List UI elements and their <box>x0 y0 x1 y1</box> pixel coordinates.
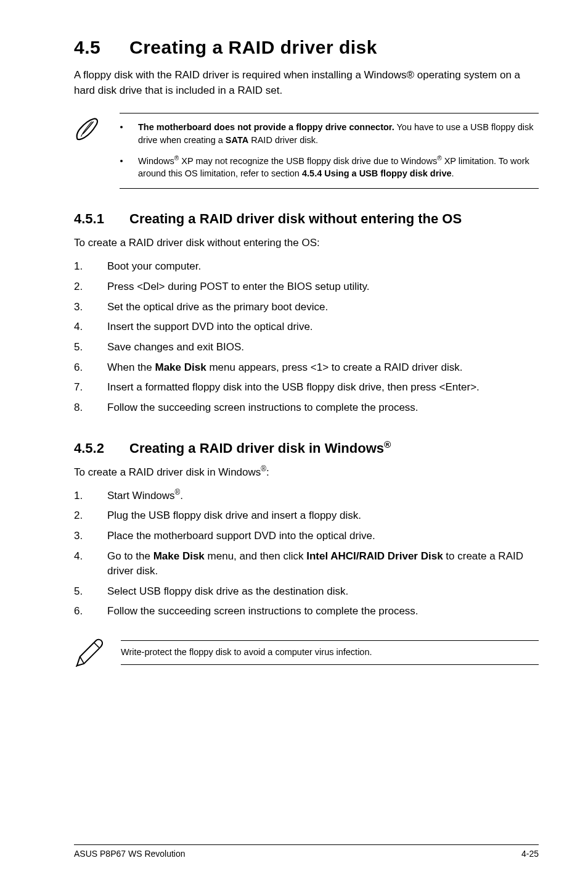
step-number: 1. <box>74 489 107 504</box>
note-item: • Windows® XP may not recognize the USB … <box>120 152 539 183</box>
step-text: Boot your computer. <box>107 259 201 274</box>
step-number: 1. <box>74 259 107 274</box>
note-list: • The motherboard does not provide a flo… <box>120 118 539 182</box>
subsection-number: 4.5.1 <box>74 211 129 227</box>
step-item: 4.Insert the support DVD into the optica… <box>74 317 539 337</box>
subsection-lead: To create a RAID driver disk in Windows®… <box>74 466 539 479</box>
note-block: • The motherboard does not provide a flo… <box>74 113 539 189</box>
step-text: Press <Del> during POST to enter the BIO… <box>107 279 370 295</box>
pencil-icon <box>74 637 106 669</box>
note-item-text: The motherboard does not provide a flopp… <box>138 121 539 146</box>
footer-right: 4-25 <box>521 849 539 859</box>
tip-text: Write-protect the floppy disk to avoid a… <box>121 640 539 665</box>
step-number: 4. <box>74 549 107 579</box>
steps-list: 1.Start Windows®. 2.Plug the USB floppy … <box>74 486 539 622</box>
step-item: 2.Press <Del> during POST to enter the B… <box>74 277 539 297</box>
step-item: 1.Boot your computer. <box>74 257 539 277</box>
subsection-title: Creating a RAID driver disk in Windows® <box>129 440 391 456</box>
step-text: Go to the Make Disk menu, and then click… <box>107 549 539 579</box>
step-item: 5.Select USB floppy disk drive as the de… <box>74 582 539 602</box>
steps-list: 1.Boot your computer. 2.Press <Del> duri… <box>74 257 539 418</box>
intro-paragraph: A floppy disk with the RAID driver is re… <box>74 68 539 98</box>
step-text: Start Windows®. <box>107 489 183 504</box>
subsection-heading: 4.5.2Creating a RAID driver disk in Wind… <box>74 440 539 456</box>
step-text: When the Make Disk menu appears, press <… <box>107 360 462 376</box>
step-item: 6.Follow the succeeding screen instructi… <box>74 601 539 622</box>
step-item: 1.Start Windows®. <box>74 486 539 506</box>
subsection-lead: To create a RAID driver disk without ent… <box>74 237 539 249</box>
step-number: 2. <box>74 279 107 295</box>
note-item-text: Windows® XP may not recognize the USB fl… <box>138 155 539 180</box>
step-item: 5.Save changes and exit BIOS. <box>74 337 539 358</box>
step-text: Insert a formatted floppy disk into the … <box>107 380 480 395</box>
bullet-icon: • <box>120 121 123 146</box>
step-text: Save changes and exit BIOS. <box>107 340 244 355</box>
page-footer: ASUS P8P67 WS Revolution 4-25 <box>74 844 539 859</box>
step-number: 8. <box>74 400 107 416</box>
subsection-heading: 4.5.1Creating a RAID driver disk without… <box>74 211 539 227</box>
step-item: 7.Insert a formatted floppy disk into th… <box>74 377 539 398</box>
step-item: 3.Place the motherboard support DVD into… <box>74 526 539 547</box>
step-text: Follow the succeeding screen instruction… <box>107 604 419 619</box>
step-text: Set the optical drive as the primary boo… <box>107 300 328 315</box>
step-text: Follow the succeeding screen instruction… <box>107 400 419 416</box>
section-number: 4.5 <box>74 37 129 58</box>
step-text: Select USB floppy disk drive as the dest… <box>107 584 348 600</box>
note-body: • The motherboard does not provide a flo… <box>120 113 539 189</box>
step-number: 2. <box>74 508 107 524</box>
step-number: 6. <box>74 360 107 376</box>
note-item: • The motherboard does not provide a flo… <box>120 118 539 149</box>
footer-left: ASUS P8P67 WS Revolution <box>74 849 186 859</box>
step-number: 7. <box>74 380 107 395</box>
step-number: 6. <box>74 604 107 619</box>
step-item: 3.Set the optical drive as the primary b… <box>74 297 539 318</box>
subsection-title: Creating a RAID driver disk without ente… <box>129 211 462 226</box>
step-number: 4. <box>74 320 107 335</box>
step-number: 5. <box>74 584 107 600</box>
step-number: 5. <box>74 340 107 355</box>
step-item: 2.Plug the USB floppy disk drive and ins… <box>74 506 539 526</box>
tip-block: Write-protect the floppy disk to avoid a… <box>74 637 539 669</box>
step-number: 3. <box>74 300 107 315</box>
page-container: 4.5Creating a RAID driver disk A floppy … <box>0 0 588 887</box>
step-item: 4.Go to the Make Disk menu, and then cli… <box>74 547 539 582</box>
section-title: 4.5Creating a RAID driver disk <box>74 37 539 58</box>
subsection-number: 4.5.2 <box>74 440 129 456</box>
step-text: Insert the support DVD into the optical … <box>107 320 313 335</box>
step-item: 6.When the Make Disk menu appears, press… <box>74 358 539 378</box>
step-text: Place the motherboard support DVD into t… <box>107 529 375 544</box>
note-icon <box>74 115 102 144</box>
step-number: 3. <box>74 529 107 544</box>
step-text: Plug the USB floppy disk drive and inser… <box>107 508 361 524</box>
bullet-icon: • <box>120 155 123 180</box>
section-title-text: Creating a RAID driver disk <box>129 37 377 57</box>
step-item: 8.Follow the succeeding screen instructi… <box>74 398 539 418</box>
